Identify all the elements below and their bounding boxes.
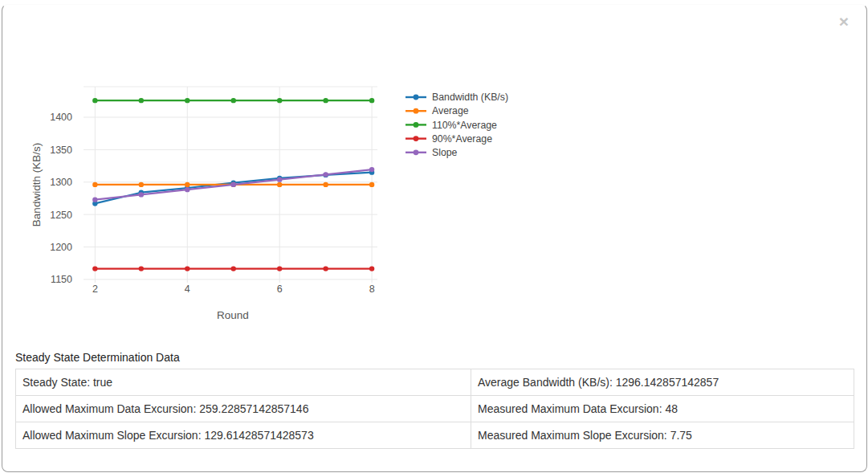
legend-label: Average xyxy=(432,105,469,116)
y-tick-label: 1400 xyxy=(50,112,72,123)
steady-state-table: Steady State: true Average Bandwidth (KB… xyxy=(15,369,854,449)
y-tick-label: 1200 xyxy=(50,242,72,253)
data-point xyxy=(277,266,282,271)
legend-item[interactable]: Slope xyxy=(405,147,458,158)
data-point xyxy=(185,187,189,192)
data-point xyxy=(323,98,328,103)
series-110-average xyxy=(92,98,374,103)
legend-label: Bandwidth (KB/s) xyxy=(432,92,508,103)
x-tick-label: 8 xyxy=(369,283,375,295)
legend-marker-dot xyxy=(414,122,419,128)
data-point xyxy=(231,98,236,103)
data-point xyxy=(92,98,97,103)
data-point xyxy=(277,182,282,187)
data-point xyxy=(185,182,189,187)
series-bandwidth-kb-s- xyxy=(92,169,374,206)
data-point xyxy=(369,167,374,172)
steady-state-cell: Steady State: true xyxy=(16,369,471,396)
legend-label: 110%*Average xyxy=(432,120,497,131)
data-point xyxy=(231,182,236,187)
data-point xyxy=(139,192,144,197)
data-point xyxy=(92,197,97,202)
data-point xyxy=(185,98,189,103)
data-point xyxy=(369,182,374,187)
y-tick-label: 1300 xyxy=(50,177,72,188)
legend-item[interactable]: 90%*Average xyxy=(405,133,492,145)
legend-item[interactable]: Bandwidth (KB/s) xyxy=(405,92,508,103)
average-bandwidth-cell: Average Bandwidth (KB/s): 1296.142857142… xyxy=(471,369,854,396)
data-point xyxy=(323,266,328,271)
close-icon[interactable]: × xyxy=(836,14,852,31)
data-point xyxy=(92,182,97,187)
data-point xyxy=(277,177,282,181)
measured-slope-excursion-cell: Measured Maximum Slope Excursion: 7.75 xyxy=(471,422,854,449)
legend-marker-dot xyxy=(414,95,419,100)
legend-marker-dot xyxy=(414,108,419,114)
data-point xyxy=(369,98,374,103)
x-tick-label: 6 xyxy=(277,283,283,295)
table-row: Steady State: true Average Bandwidth (KB… xyxy=(16,369,854,396)
y-tick-label: 1150 xyxy=(51,274,72,285)
bandwidth-chart: 1150120012501300135014002468RoundBandwid… xyxy=(0,0,546,345)
legend-marker-dot xyxy=(414,149,419,155)
series-line xyxy=(95,173,372,204)
y-axis-title: Bandwidth (KB/s) xyxy=(31,143,43,226)
legend-item[interactable]: 110%*Average xyxy=(405,120,497,131)
y-tick-label: 1350 xyxy=(50,145,72,156)
legend-marker-dot xyxy=(414,136,419,141)
data-point xyxy=(185,266,189,271)
legend-item[interactable]: Average xyxy=(405,105,469,116)
data-point xyxy=(139,266,144,271)
legend-label: 90%*Average xyxy=(432,133,492,145)
section-title: Steady State Determination Data xyxy=(15,351,852,364)
table-row: Allowed Maximum Slope Excursion: 129.614… xyxy=(16,422,854,449)
data-point xyxy=(323,172,328,177)
data-point xyxy=(92,266,97,271)
x-tick-label: 2 xyxy=(92,283,98,295)
series-90-average xyxy=(92,266,374,271)
data-point xyxy=(277,98,282,103)
legend-label: Slope xyxy=(432,147,458,158)
data-point xyxy=(139,182,144,187)
steady-state-section: Steady State Determination Data Steady S… xyxy=(15,351,852,449)
data-point xyxy=(369,266,374,271)
data-point xyxy=(323,182,328,187)
x-tick-label: 4 xyxy=(185,283,190,295)
data-point xyxy=(139,98,144,103)
measured-data-excursion-cell: Measured Maximum Data Excursion: 48 xyxy=(471,396,854,422)
y-tick-label: 1250 xyxy=(50,210,72,221)
data-point xyxy=(231,266,236,271)
table-row: Allowed Maximum Data Excursion: 259.2285… xyxy=(16,396,854,422)
x-axis-title: Round xyxy=(217,309,249,321)
allowed-data-excursion-cell: Allowed Maximum Data Excursion: 259.2285… xyxy=(16,396,471,422)
allowed-slope-excursion-cell: Allowed Maximum Slope Excursion: 129.614… xyxy=(16,422,471,449)
